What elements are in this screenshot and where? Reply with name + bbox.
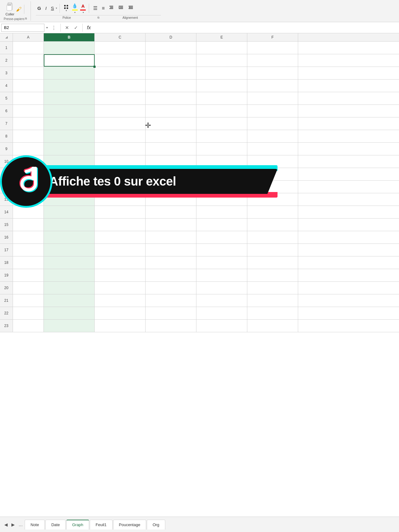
cell-e16[interactable] <box>196 231 247 243</box>
cell-e19[interactable] <box>196 269 247 281</box>
cell-f18[interactable] <box>247 256 298 269</box>
underline-dropdown-arrow[interactable]: ▾ <box>56 7 57 10</box>
highlight-button[interactable]: 💧 <box>71 2 78 11</box>
cell-c17[interactable] <box>95 244 146 256</box>
cell-f5[interactable] <box>247 92 298 104</box>
cell-a18[interactable] <box>13 256 44 269</box>
cell-b6[interactable] <box>44 105 95 117</box>
cell-f4[interactable] <box>247 80 298 92</box>
indent-increase-button[interactable] <box>126 5 135 12</box>
cell-b8[interactable] <box>44 130 95 142</box>
align-right-button[interactable] <box>107 5 115 12</box>
cell-a14[interactable] <box>13 206 44 218</box>
cell-d15[interactable] <box>146 219 196 231</box>
cell-c7[interactable] <box>95 117 146 130</box>
cell-d14[interactable] <box>146 206 196 218</box>
cell-f6[interactable] <box>247 105 298 117</box>
cell-e3[interactable] <box>196 67 247 79</box>
cell-d1[interactable] <box>146 42 196 54</box>
cell-f16[interactable] <box>247 231 298 243</box>
borders-button[interactable]: ▾ <box>62 4 70 13</box>
row-header-17[interactable]: 17 <box>0 244 13 256</box>
row-header-7[interactable]: 7 <box>0 117 13 130</box>
cell-c15[interactable] <box>95 219 146 231</box>
cell-c6[interactable] <box>95 105 146 117</box>
cell-c14[interactable] <box>95 206 146 218</box>
cell-f19[interactable] <box>247 269 298 281</box>
formula-dots-button[interactable]: ⋮ <box>50 24 58 31</box>
cell-a1[interactable] <box>13 42 44 54</box>
cell-b14[interactable] <box>44 206 95 218</box>
cell-d19[interactable] <box>146 269 196 281</box>
tab-org[interactable]: Org <box>147 520 165 530</box>
col-header-d[interactable]: D <box>146 33 196 41</box>
cell-e6[interactable] <box>196 105 247 117</box>
cell-a15[interactable] <box>13 219 44 231</box>
cell-a6[interactable] <box>13 105 44 117</box>
row-header-22[interactable]: 22 <box>0 307 13 319</box>
bold-button[interactable]: G <box>36 5 43 12</box>
tab-note[interactable]: Note <box>25 520 45 530</box>
align-center-button[interactable]: ≡ <box>100 5 106 12</box>
cell-d3[interactable] <box>146 67 196 79</box>
cell-b17[interactable] <box>44 244 95 256</box>
cell-f9[interactable] <box>247 143 298 155</box>
cell-d2[interactable] <box>146 54 196 67</box>
cell-e14[interactable] <box>196 206 247 218</box>
cell-f22[interactable] <box>247 307 298 319</box>
cell-a17[interactable] <box>13 244 44 256</box>
cell-d4[interactable] <box>146 80 196 92</box>
cell-e22[interactable] <box>196 307 247 319</box>
cell-b1[interactable] <box>44 42 95 54</box>
underline-button[interactable]: S <box>49 5 56 12</box>
cell-d18[interactable] <box>146 256 196 269</box>
cell-a20[interactable] <box>13 282 44 294</box>
italic-button[interactable]: I <box>44 5 48 12</box>
indent-decrease-button[interactable] <box>117 5 125 12</box>
cell-e20[interactable] <box>196 282 247 294</box>
cell-c1[interactable] <box>95 42 146 54</box>
cell-f15[interactable] <box>247 219 298 231</box>
tab-nav-left-button[interactable]: ◀ <box>2 521 10 528</box>
row-header-18[interactable]: 18 <box>0 256 13 269</box>
cell-b9[interactable] <box>44 143 95 155</box>
confirm-formula-button[interactable]: ✓ <box>72 24 80 31</box>
cell-e15[interactable] <box>196 219 247 231</box>
row-header-1[interactable]: 1 <box>0 42 13 54</box>
cell-b5[interactable] <box>44 92 95 104</box>
cell-b23[interactable] <box>44 320 95 332</box>
cell-d21[interactable] <box>146 294 196 307</box>
cell-a23[interactable] <box>13 320 44 332</box>
font-color-button[interactable]: A <box>80 3 86 11</box>
cell-d20[interactable] <box>146 282 196 294</box>
cell-d16[interactable] <box>146 231 196 243</box>
copy-format-button[interactable]: 🖌 <box>16 6 22 13</box>
cell-c21[interactable] <box>95 294 146 307</box>
row-header-21[interactable]: 21 <box>0 294 13 307</box>
cell-c18[interactable] <box>95 256 146 269</box>
cell-b15[interactable] <box>44 219 95 231</box>
row-header-4[interactable]: 4 <box>0 80 13 92</box>
row-header-14[interactable]: 14 <box>0 206 13 218</box>
cell-e17[interactable] <box>196 244 247 256</box>
col-header-e[interactable]: E <box>196 33 247 41</box>
cell-b22[interactable] <box>44 307 95 319</box>
cell-c2[interactable] <box>95 54 146 67</box>
cell-a21[interactable] <box>13 294 44 307</box>
cell-e7[interactable] <box>196 117 247 130</box>
fx-button[interactable]: fx <box>85 24 93 31</box>
cell-f14[interactable] <box>247 206 298 218</box>
cell-c4[interactable] <box>95 80 146 92</box>
cell-f17[interactable] <box>247 244 298 256</box>
row-header-15[interactable]: 15 <box>0 219 13 231</box>
cell-a4[interactable] <box>13 80 44 92</box>
cell-c9[interactable] <box>95 143 146 155</box>
align-left-button[interactable]: ☰ <box>92 4 99 12</box>
tab-nav-right-button[interactable]: ▶ <box>10 521 17 528</box>
row-header-3[interactable]: 3 <box>0 67 13 79</box>
row-header-16[interactable]: 16 <box>0 231 13 243</box>
cell-b2[interactable] <box>44 54 95 67</box>
cancel-formula-button[interactable]: ✕ <box>63 24 71 31</box>
row-header-9[interactable]: 9 <box>0 143 13 155</box>
cell-b4[interactable] <box>44 80 95 92</box>
